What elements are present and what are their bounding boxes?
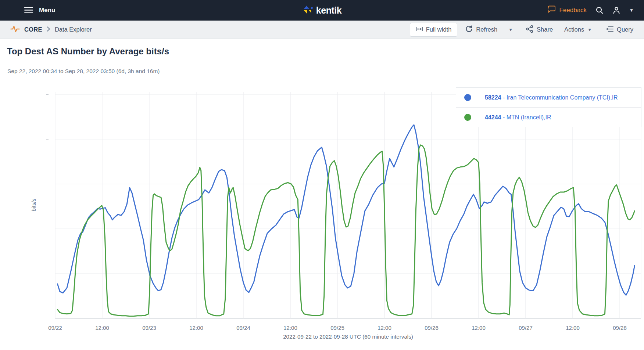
x-tick-label: 09/27 [519,325,533,331]
x-tick-label: 12:00 [472,325,486,331]
x-tick-label: 09/23 [142,325,156,331]
x-tick-label: 09/24 [236,325,250,331]
chart-legend: 58224 - Iran Telecommunication Company (… [456,87,641,127]
x-tick-label: 12:00 [95,325,109,331]
y-axis-label: bits/s [31,198,37,211]
x-tick-label: 09/26 [425,325,439,331]
chart-canvas[interactable]: 09/2212:0009/2312:0009/2412:0009/2512:00… [0,0,644,350]
x-tick-label: 09/22 [48,325,62,331]
x-tick-label: 12:00 [189,325,203,331]
x-tick-label: 12:00 [283,325,297,331]
x-axis-caption: 2022-09-22 to 2022-09-28 UTC (60 minute … [283,333,413,340]
kentik-data-explorer-page: Menu kentik [0,0,644,350]
legend-item-44244[interactable]: 44244 - MTN (Irancell),IR [456,108,641,127]
x-tick-label: 12:00 [378,325,391,331]
legend-dot-green-icon [464,114,471,121]
legend-label-44244: 44244 - MTN (Irancell),IR [485,114,551,121]
legend-label-58224: 58224 - Iran Telecommunication Company (… [485,94,618,101]
x-tick-label: 09/28 [613,325,627,331]
legend-item-58224[interactable]: 58224 - Iran Telecommunication Company (… [456,88,641,108]
series-line-58224[interactable] [57,125,634,295]
x-tick-label: 12:00 [566,325,580,331]
x-tick-label: 09/25 [330,325,344,331]
series-line-44244[interactable] [57,145,634,316]
legend-dot-blue-icon [464,94,471,101]
